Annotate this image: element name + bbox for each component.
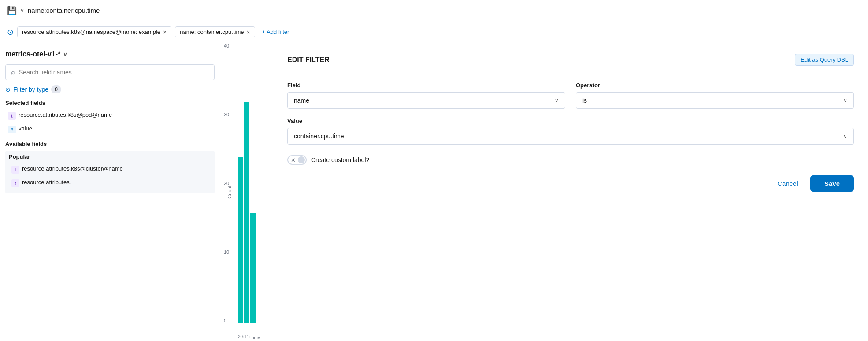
list-item[interactable]: t resource.attributes.: [9, 177, 211, 189]
edit-filter-header: EDIT FILTER Edit as Query DSL: [287, 54, 854, 73]
field-group: Field name ∨: [287, 82, 565, 109]
value-group: Value container.cpu.time ∨: [287, 118, 854, 145]
field-type-badge-t: t: [11, 179, 19, 187]
custom-label-toggle[interactable]: ✕: [287, 155, 307, 165]
main-layout: metrics-otel-v1-* ∨ ⌕ ⊙ Filter by type 0…: [0, 43, 868, 341]
field-label: Field: [287, 82, 565, 89]
cancel-button[interactable]: Cancel: [770, 176, 805, 191]
chart-time-axis: Time: [238, 335, 273, 340]
filter-bar: ⊙ resource.attributes.k8s@namespace@name…: [0, 21, 868, 43]
chart-bars: [238, 47, 269, 323]
page-title: name:container.cpu.time: [28, 7, 100, 14]
field-select[interactable]: name ∨: [287, 92, 565, 109]
filter-tag-namespace-close[interactable]: ×: [163, 29, 167, 35]
popular-label: Popular: [9, 153, 211, 160]
list-item[interactable]: t resource.attributes.k8s@cluster@name: [9, 163, 211, 175]
add-filter-button[interactable]: + Add filter: [259, 27, 293, 37]
title-chevron-icon[interactable]: ∨: [20, 7, 24, 14]
chart-y-axis: 40 30 20 10 0: [224, 43, 229, 323]
filter-tag-namespace[interactable]: resource.attributes.k8s@namespace@name: …: [17, 26, 171, 37]
index-pattern-chevron[interactable]: ∨: [63, 51, 67, 58]
field-type-badge-t: t: [8, 112, 16, 120]
index-pattern-label: metrics-otel-v1-*: [5, 50, 60, 58]
search-field-container: ⌕: [5, 64, 215, 80]
available-fields-label: Available fields: [5, 141, 215, 147]
toggle-x-icon: ✕: [291, 157, 296, 163]
edit-filter-title: EDIT FILTER: [287, 56, 330, 64]
chart-area: 40 30 20 10 0 Count 20:11: Time: [220, 43, 273, 341]
filter-tag-name-close[interactable]: ×: [246, 29, 250, 35]
selected-fields-label: Selected fields: [5, 100, 215, 106]
action-buttons: Cancel Save: [287, 175, 854, 192]
list-item[interactable]: # value: [5, 123, 215, 135]
search-icon: ⌕: [11, 68, 15, 76]
operator-group: Operator is ∨: [576, 82, 854, 109]
value-chevron-icon: ∨: [843, 133, 847, 139]
field-operator-row: Field name ∨ Operator is ∨: [287, 82, 854, 109]
value-label: Value: [287, 118, 854, 124]
list-item[interactable]: t resource.attributes.k8s@pod@name: [5, 110, 215, 122]
sidebar-header: metrics-otel-v1-* ∨: [5, 50, 215, 58]
search-input[interactable]: [19, 69, 209, 76]
chart-y-label: Count: [227, 185, 232, 198]
filter-icon[interactable]: ⊙: [7, 27, 14, 37]
save-button[interactable]: Save: [810, 175, 854, 192]
custom-label-row: ✕ Create custom label?: [287, 155, 854, 165]
filter-type-badge: 0: [51, 85, 61, 93]
value-select[interactable]: container.cpu.time ∨: [287, 128, 854, 145]
filter-tag-name[interactable]: name: container.cpu.time ×: [175, 26, 255, 37]
filter-type-icon: ⊙: [5, 86, 11, 93]
field-chevron-icon: ∨: [555, 97, 559, 104]
sidebar: metrics-otel-v1-* ∨ ⌕ ⊙ Filter by type 0…: [0, 43, 220, 341]
filter-by-type-button[interactable]: ⊙ Filter by type 0: [5, 85, 215, 93]
title-bar: 💾 ∨ name:container.cpu.time: [0, 0, 868, 21]
save-icon: 💾: [7, 6, 17, 15]
operator-chevron-icon: ∨: [843, 97, 847, 104]
custom-label-text: Create custom label?: [311, 156, 369, 163]
operator-select[interactable]: is ∨: [576, 92, 854, 109]
operator-label: Operator: [576, 82, 854, 89]
field-type-badge-t: t: [11, 166, 19, 174]
edit-filter-panel: EDIT FILTER Edit as Query DSL Field name…: [273, 43, 868, 341]
field-type-badge-hash: #: [8, 126, 16, 133]
edit-as-dsl-button[interactable]: Edit as Query DSL: [795, 54, 854, 66]
